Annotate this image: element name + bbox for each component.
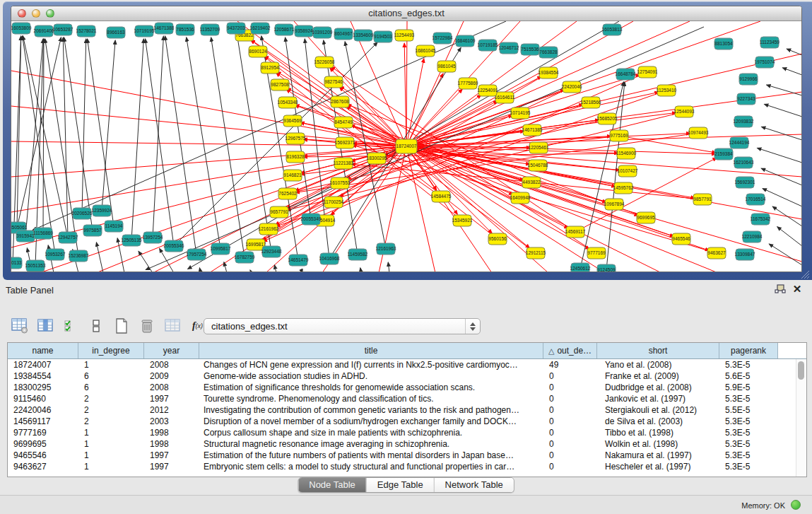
svg-text:9146821: 9146821 xyxy=(283,173,302,177)
network-graph-svg[interactable]: 1872400776638228690124891295498275081054… xyxy=(11,21,801,271)
close-window-button[interactable] xyxy=(18,9,26,18)
table-row[interactable]: 946362711997Embryonic stem cells: a mode… xyxy=(8,461,796,472)
cell-name: 9777169 xyxy=(8,428,78,438)
table-selector-dropdown[interactable]: citations_edges.txt xyxy=(204,318,481,334)
table-panel-title: Table Panel xyxy=(6,285,54,296)
column-header-year[interactable]: year xyxy=(144,343,199,358)
svg-text:12093832: 12093832 xyxy=(734,119,754,124)
svg-text:9463627: 9463627 xyxy=(707,250,726,255)
column-header-title[interactable]: title xyxy=(199,343,543,358)
float-panel-icon[interactable] xyxy=(774,284,787,296)
table-row[interactable]: 1872400712008Changes of HCN gene express… xyxy=(8,359,796,370)
tab-edge-table[interactable]: Edge Table xyxy=(366,478,434,492)
tab-node-table[interactable]: Node Table xyxy=(298,478,366,492)
table-row[interactable]: 1830029562008Estimation of significance … xyxy=(8,382,796,393)
svg-text:9364569: 9364569 xyxy=(283,118,302,123)
svg-text:12450612: 12450612 xyxy=(570,266,591,271)
table-row[interactable]: 2242004622012Investigating the contribut… xyxy=(8,404,796,416)
svg-text:8604967: 8604967 xyxy=(334,31,353,36)
svg-text:20691406: 20691406 xyxy=(34,28,54,33)
svg-text:16782759: 16782759 xyxy=(235,255,255,259)
column-header-name[interactable]: name xyxy=(8,343,78,358)
svg-text:19384554: 19384554 xyxy=(539,70,559,75)
svg-text:18505061: 18505061 xyxy=(11,225,28,230)
delete-column-icon[interactable] xyxy=(137,317,156,336)
node-table: namein_degreeyeartitle△out_de…shortpager… xyxy=(7,342,807,477)
cell-in_degree: 6 xyxy=(78,382,144,392)
svg-text:11123459: 11123459 xyxy=(760,40,779,45)
cell-in_degree: 2 xyxy=(78,416,144,426)
svg-text:16053809: 16053809 xyxy=(11,25,32,30)
network-view-frame: citations_edges.txt 18724007766382286901… xyxy=(3,1,812,280)
minimize-window-button[interactable] xyxy=(32,9,40,18)
window-titlebar[interactable]: citations_edges.txt xyxy=(11,6,801,21)
cell-pagerank: 5.3E-5 xyxy=(719,360,778,370)
table-row[interactable]: 911546021997Tourette syndrome. Phenomeno… xyxy=(8,393,796,404)
svg-text:10653287: 10653287 xyxy=(53,27,73,32)
svg-text:12912115: 12912115 xyxy=(526,250,546,255)
table-scrollbar[interactable] xyxy=(796,359,806,477)
cell-pagerank: 5.3E-5 xyxy=(719,428,778,438)
cell-in_degree: 1 xyxy=(78,360,144,370)
network-canvas[interactable]: 1872400776638228690124891295498275081054… xyxy=(11,21,801,271)
svg-text:19751074: 19751074 xyxy=(755,59,775,64)
cell-year: 2008 xyxy=(144,360,199,370)
cell-pagerank: 5.5E-5 xyxy=(719,405,778,415)
show-columns-icon[interactable] xyxy=(35,317,54,336)
svg-text:14569117: 14569117 xyxy=(565,229,586,234)
svg-text:12205461: 12205461 xyxy=(529,145,549,150)
svg-text:8966163: 8966163 xyxy=(107,30,125,35)
memory-status-icon[interactable] xyxy=(791,500,801,510)
cell-title: Structural magnetic resonance image aver… xyxy=(199,439,543,449)
select-columns-icon[interactable] xyxy=(61,317,80,336)
svg-text:12967575: 12967575 xyxy=(286,136,306,141)
svg-text:11253410: 11253410 xyxy=(657,88,677,93)
table-row[interactable]: 969969511998Structural magnetic resonanc… xyxy=(8,438,796,450)
create-column-icon[interactable] xyxy=(112,317,131,336)
cell-out_de: 0 xyxy=(543,405,597,415)
traffic-lights xyxy=(18,9,54,18)
column-header-pagerank[interactable]: pagerank xyxy=(719,343,778,358)
svg-text:20055349: 20055349 xyxy=(301,216,322,221)
column-header-short[interactable]: short xyxy=(597,343,719,358)
svg-text:13957254: 13957254 xyxy=(143,235,163,240)
column-header-out_de[interactable]: △out_de… xyxy=(543,343,597,358)
svg-text:15722984: 15722984 xyxy=(433,35,453,40)
column-header-in_degree[interactable]: in_degree xyxy=(78,343,144,358)
svg-text:9827546: 9827546 xyxy=(324,79,343,84)
svg-text:11675342: 11675342 xyxy=(751,216,771,221)
table-row[interactable]: 1456911722003Disruption of a novel membe… xyxy=(8,416,796,427)
cell-year: 1998 xyxy=(144,439,199,449)
row-height-icon[interactable] xyxy=(86,317,105,336)
zoom-window-button[interactable] xyxy=(46,9,54,18)
table-panel: Table Panel ✕ f(x) citations_edges.txt n… xyxy=(0,281,812,514)
cell-in_degree: 1 xyxy=(78,462,144,472)
dropdown-stepper-icon xyxy=(465,319,480,334)
table-row[interactable]: 1938455462009Genome-wide association stu… xyxy=(8,370,796,382)
cell-out_de: 0 xyxy=(543,462,597,472)
cell-pagerank: 5.9E-5 xyxy=(719,382,778,392)
svg-text:8813054: 8813054 xyxy=(714,41,733,46)
table-row[interactable]: 946554611997Estimation of the future num… xyxy=(8,450,796,461)
delete-table-disabled-icon[interactable] xyxy=(163,317,182,336)
table-row[interactable]: 977716911998Corpus callosum shape and si… xyxy=(8,427,796,438)
cell-year: 2012 xyxy=(144,405,199,415)
resize-grip-icon[interactable] xyxy=(800,270,810,279)
close-panel-icon[interactable]: ✕ xyxy=(791,283,804,296)
scrollbar-thumb[interactable] xyxy=(798,361,804,380)
cell-pagerank: 5.3E-5 xyxy=(719,416,778,426)
svg-text:2867608: 2867608 xyxy=(331,99,349,104)
svg-text:12210984: 12210984 xyxy=(742,234,763,239)
svg-text:12161962: 12161962 xyxy=(259,226,279,231)
cell-out_de: 0 xyxy=(543,439,597,449)
tab-network-table[interactable]: Network Table xyxy=(434,478,514,492)
svg-text:16219402: 16219402 xyxy=(250,25,271,30)
cell-out_de: 0 xyxy=(543,371,597,381)
table-mode-icon[interactable] xyxy=(10,317,29,336)
cell-name: 9465546 xyxy=(8,450,78,460)
svg-text:9358924: 9358924 xyxy=(295,28,313,33)
memory-status-label: Memory: OK xyxy=(741,501,785,510)
svg-text:10391209: 10391209 xyxy=(312,30,333,35)
svg-text:8196328: 8196328 xyxy=(286,154,305,159)
svg-text:9827508: 9827508 xyxy=(271,82,289,87)
